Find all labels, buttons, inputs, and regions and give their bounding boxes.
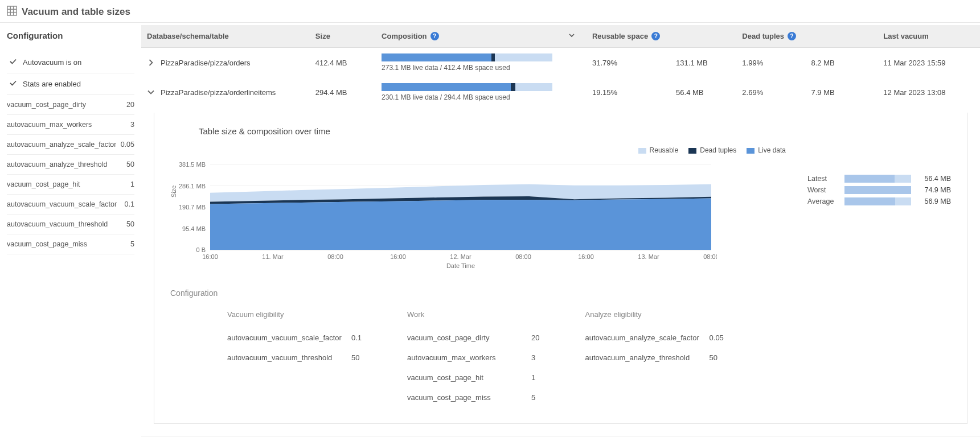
check-icon bbox=[7, 57, 23, 67]
chart-title: Table size & composition over time bbox=[199, 126, 951, 136]
config-name: autovacuum_vacuum_threshold bbox=[7, 220, 108, 228]
legend-item: Live data bbox=[747, 146, 786, 154]
page-header: Vacuum and table sizes bbox=[0, 0, 980, 23]
subcfg-value: 0.05 bbox=[710, 333, 724, 342]
config-value: 0.05 bbox=[117, 141, 134, 149]
subcfg-value: 1 bbox=[531, 373, 535, 382]
subcfg-kv: autovacuum_vacuum_threshold50 bbox=[227, 348, 362, 368]
th-last[interactable]: Last vacuum bbox=[878, 25, 980, 48]
config-row: vacuum_cost_page_dirty20 bbox=[7, 95, 134, 115]
table-row[interactable]: PizzaParadise/pizza/orderlineitems 294.4… bbox=[141, 77, 980, 107]
config-row: vacuum_cost_page_hit1 bbox=[7, 175, 134, 195]
config-name: vacuum_cost_page_miss bbox=[7, 240, 87, 248]
y-axis-label: Size bbox=[170, 186, 177, 197]
chart-stats: Latest 56.4 MBWorst 74.9 MBAverage 56.9 … bbox=[792, 146, 951, 209]
page-title: Vacuum and table sizes bbox=[22, 6, 130, 18]
config-value: 1 bbox=[127, 180, 134, 188]
composition-label: 273.1 MB live data / 412.4 MB space used bbox=[382, 64, 581, 72]
th-dead[interactable]: Dead tuples ? bbox=[736, 25, 805, 48]
th-reusable[interactable]: Reusable space ? bbox=[587, 25, 670, 48]
table-row[interactable]: PizzaParadise/pizza/orders 412.4 MB 273.… bbox=[141, 48, 980, 78]
cell-reusable-pct: 31.79% bbox=[587, 48, 670, 78]
subcfg-kv: autovacuum_max_workers3 bbox=[407, 348, 539, 368]
cell-reusable-size: 56.4 MB bbox=[670, 77, 736, 107]
config-name: vacuum_cost_page_hit bbox=[7, 180, 80, 188]
stat-value: 56.9 MB bbox=[917, 197, 951, 205]
config-value: 50 bbox=[123, 160, 134, 168]
svg-text:08:00: 08:00 bbox=[327, 253, 343, 260]
cell-size: 412.4 MB bbox=[310, 48, 376, 78]
config-row: vacuum_cost_page_miss5 bbox=[7, 234, 134, 254]
subcfg-column: Workvacuum_cost_page_dirty20autovacuum_m… bbox=[407, 310, 539, 407]
table-name: PizzaParadise/pizza/orderlineitems bbox=[161, 88, 276, 97]
stat-bar bbox=[844, 197, 911, 205]
stat-bar bbox=[844, 186, 911, 194]
cell-size: 294.4 MB bbox=[310, 77, 376, 107]
subcfg-key: autovacuum_analyze_scale_factor bbox=[585, 333, 699, 342]
config-name: autovacuum_analyze_threshold bbox=[7, 160, 108, 168]
check-label: Stats are enabled bbox=[23, 80, 81, 88]
stat-label: Average bbox=[807, 197, 839, 205]
chevron-down-icon[interactable] bbox=[147, 88, 155, 96]
cell-reusable-pct: 19.15% bbox=[587, 77, 670, 107]
composition-bar bbox=[382, 83, 552, 91]
expanded-panel-row: Table size & composition over timeReusab… bbox=[141, 107, 980, 437]
stat-value: 56.4 MB bbox=[917, 175, 951, 183]
subcfg-title: Configuration bbox=[170, 289, 951, 298]
subcfg-column: Vacuum eligibilityautovacuum_vacuum_scal… bbox=[227, 310, 362, 407]
sub-configuration: ConfigurationVacuum eligibilityautovacuu… bbox=[170, 289, 951, 407]
cell-reusable-size: 131.1 MB bbox=[670, 48, 736, 78]
svg-text:190.7 MB: 190.7 MB bbox=[179, 204, 206, 211]
subcfg-key: vacuum_cost_page_hit bbox=[407, 373, 521, 382]
config-value: 20 bbox=[123, 101, 134, 109]
sidebar-title: Configuration bbox=[7, 31, 134, 40]
help-icon[interactable]: ? bbox=[430, 32, 439, 40]
svg-text:0 B: 0 B bbox=[196, 246, 206, 253]
subcfg-column: Analyze eligibilityautovacuum_analyze_sc… bbox=[585, 310, 724, 407]
svg-text:08:00: 08:00 bbox=[703, 253, 717, 260]
config-check: Stats are enabled bbox=[7, 73, 134, 95]
stat-row: Latest 56.4 MB bbox=[807, 175, 951, 183]
config-name: autovacuum_max_workers bbox=[7, 121, 92, 129]
config-name: vacuum_cost_page_dirty bbox=[7, 101, 86, 109]
stat-value: 74.9 MB bbox=[917, 186, 951, 194]
table-name: PizzaParadise/pizza/orders bbox=[161, 59, 251, 67]
svg-text:16:00: 16:00 bbox=[390, 253, 406, 260]
composition-bar bbox=[382, 53, 552, 61]
config-row: autovacuum_vacuum_scale_factor0.1 bbox=[7, 195, 134, 215]
chart-panel: Table size & composition over timeReusab… bbox=[154, 113, 967, 424]
th-size[interactable]: Size bbox=[310, 25, 376, 48]
config-row: autovacuum_analyze_threshold50 bbox=[7, 155, 134, 175]
cell-last-vacuum: 12 Mar 2023 13:08 bbox=[878, 77, 980, 107]
check-icon bbox=[7, 79, 23, 89]
svg-text:08:00: 08:00 bbox=[515, 253, 531, 260]
stat-label: Latest bbox=[807, 175, 839, 183]
cell-dead-pct: 1.99% bbox=[736, 48, 805, 78]
th-dead-size bbox=[806, 25, 878, 48]
help-icon[interactable]: ? bbox=[651, 32, 660, 40]
subcfg-value: 20 bbox=[531, 333, 539, 342]
chevron-right-icon[interactable] bbox=[147, 59, 155, 67]
svg-text:95.4 MB: 95.4 MB bbox=[182, 225, 206, 232]
subcfg-key: vacuum_cost_page_miss bbox=[407, 393, 521, 402]
svg-text:16:00: 16:00 bbox=[202, 253, 218, 260]
area-chart: 0 B95.4 MB190.7 MB286.1 MB381.5 MB16:001… bbox=[170, 159, 717, 273]
chevron-down-icon[interactable] bbox=[568, 32, 575, 40]
stat-bar bbox=[844, 175, 911, 183]
svg-text:381.5 MB: 381.5 MB bbox=[179, 161, 206, 168]
svg-text:12. Mar: 12. Mar bbox=[450, 253, 471, 260]
th-composition[interactable]: Composition ? bbox=[376, 25, 587, 48]
cell-last-vacuum: 11 Mar 2023 15:59 bbox=[878, 48, 980, 78]
config-value: 50 bbox=[123, 220, 134, 228]
subcfg-kv: autovacuum_analyze_threshold50 bbox=[585, 348, 724, 368]
help-icon[interactable]: ? bbox=[788, 32, 796, 40]
subcfg-kv: vacuum_cost_page_hit1 bbox=[407, 368, 539, 388]
config-row: autovacuum_analyze_scale_factor0.05 bbox=[7, 135, 134, 155]
subcfg-value: 5 bbox=[531, 393, 535, 402]
subcfg-col-title: Vacuum eligibility bbox=[227, 310, 362, 319]
th-dst[interactable]: Database/schema/table bbox=[141, 25, 310, 48]
subcfg-key: autovacuum_max_workers bbox=[407, 353, 521, 362]
subcfg-key: autovacuum_vacuum_threshold bbox=[227, 353, 341, 362]
config-check: Autovacuum is on bbox=[7, 52, 134, 73]
subcfg-key: vacuum_cost_page_dirty bbox=[407, 333, 521, 342]
